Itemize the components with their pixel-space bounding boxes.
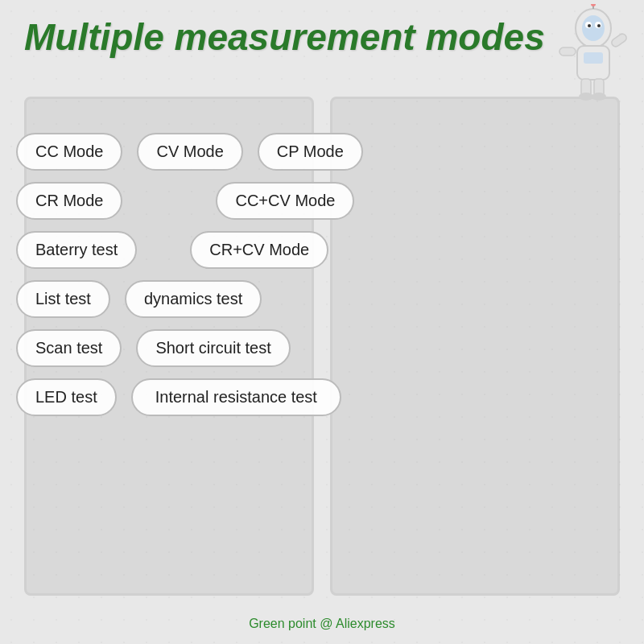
footer-text: Green point @ Aliexpress	[0, 617, 644, 631]
svg-point-1	[582, 15, 605, 41]
svg-point-15	[592, 93, 606, 101]
badges-row-6: LED test Internal resistance test	[16, 378, 628, 416]
badges-grid: CC Mode CV Mode CP Mode CR Mode CC+CV Mo…	[16, 133, 628, 416]
badges-row-4: List test dynamics test	[16, 280, 628, 318]
badges-row-3: Baterry test CR+CV Mode	[16, 231, 628, 269]
badge-crcv-mode: CR+CV Mode	[190, 231, 328, 269]
badge-list-test: List test	[16, 280, 110, 318]
svg-point-14	[579, 93, 593, 101]
badge-cc-mode: CC Mode	[16, 133, 122, 171]
svg-rect-11	[610, 32, 628, 48]
svg-rect-10	[559, 47, 576, 56]
robot-illustration	[531, 0, 636, 113]
svg-point-4	[588, 24, 591, 27]
badge-scan-test: Scan test	[16, 329, 122, 367]
badge-cr-mode: CR Mode	[16, 182, 122, 220]
badge-cp-mode: CP Mode	[258, 133, 363, 171]
badges-row-5: Scan test Short circuit test	[16, 329, 628, 367]
badge-cccv-mode: CC+CV Mode	[216, 182, 354, 220]
badge-led-test: LED test	[16, 378, 117, 416]
badge-short-circuit-test: Short circuit test	[136, 329, 290, 367]
badge-cv-mode: CV Mode	[137, 133, 242, 171]
svg-point-5	[597, 24, 601, 27]
badge-dynamics-test: dynamics test	[125, 280, 262, 318]
badge-internal-resistance-test: Internal resistance test	[131, 378, 341, 416]
badges-row-1: CC Mode CV Mode CP Mode	[16, 133, 628, 171]
badge-battery-test: Baterry test	[16, 231, 137, 269]
svg-point-7	[591, 4, 596, 6]
svg-rect-9	[584, 52, 603, 64]
badges-row-2: CR Mode CC+CV Mode	[16, 182, 628, 220]
